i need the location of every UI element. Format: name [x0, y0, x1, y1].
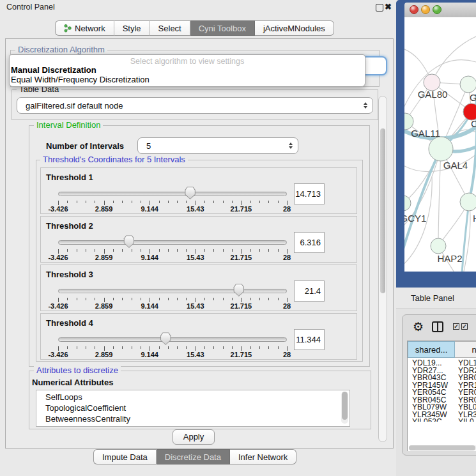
threshold-slider-track[interactable] [58, 289, 287, 293]
table-row[interactable]: YPR145WYPR1 [408, 381, 476, 388]
slider-tick-label: 2.859 [95, 351, 113, 358]
algorithm-dropdown-popup: Select algorithm to view settings Manual… [9, 54, 365, 87]
threshold-label: Threshold 4 [46, 318, 93, 328]
node-table: shared... n YDL19...YDL1YDR27...YDR2YBR0… [407, 341, 476, 451]
slider-tick-label: 15.43 [187, 254, 204, 261]
number-of-intervals-label: Number of Intervals [46, 141, 124, 151]
node-h-partial[interactable] [460, 193, 476, 211]
table-row[interactable]: YBR043CYBR0 [408, 373, 476, 381]
scrollbar-thumb[interactable] [409, 445, 475, 450]
threshold-slider-track[interactable] [58, 337, 287, 342]
tab-network[interactable]: Network [55, 20, 114, 36]
threshold-slider-thumb[interactable] [233, 284, 244, 296]
scrollbar-thumb[interactable] [380, 128, 385, 293]
threshold-slider-track[interactable] [58, 192, 287, 196]
slider-tick-label: 28 [283, 254, 291, 261]
minimize-traffic-light-icon[interactable] [421, 5, 430, 14]
slider-tick-label: 21.715 [231, 254, 252, 261]
table-horizontal-scrollbar[interactable] [409, 445, 476, 450]
threshold-value-field[interactable]: 11.344 [294, 329, 325, 350]
popup-hint: Select algorithm to view settings [10, 57, 365, 66]
number-of-intervals-combobox[interactable]: 5 [137, 137, 298, 154]
slider-tick-label: 28 [283, 302, 291, 310]
table-row[interactable]: YDL19...YDL1 [408, 358, 476, 366]
cell-shared-name: YIL052C [412, 417, 442, 422]
table-row[interactable]: YBL079WYBL0 [408, 403, 476, 410]
gear-icon[interactable]: ⚙ [413, 321, 424, 333]
threshold-value-field[interactable]: 14.713 [294, 183, 325, 204]
slider-tick-label: 21.715 [231, 351, 252, 358]
node-hap2[interactable] [431, 238, 446, 254]
list-item-betweennesscentrality[interactable]: BetweennessCentrality [45, 414, 130, 424]
list-item-topologicalcoefficient[interactable]: TopologicalCoefficient [45, 403, 126, 413]
threshold-label: Threshold 2 [46, 221, 93, 231]
bottom-tab-bar: Impute Data Discretize Data Infer Networ… [93, 449, 296, 464]
checkbox-icon[interactable]: ✓ [453, 323, 459, 330]
slider-tick-label: 2.859 [95, 302, 113, 310]
threshold-label: Threshold 1 [46, 173, 93, 182]
tab-discretize-data[interactable]: Discretize Data [157, 449, 230, 464]
tab-style[interactable]: Style [114, 20, 150, 36]
threshold-box: Threshold 4-3.4262.8599.14415.4321.71528… [40, 313, 357, 360]
threshold-slider-thumb[interactable] [185, 187, 196, 199]
float-window-icon[interactable] [376, 4, 383, 12]
apply-button[interactable]: Apply [173, 429, 215, 445]
node-label: H [473, 213, 476, 224]
threshold-slider-thumb[interactable] [160, 332, 171, 345]
close-panel-icon[interactable]: ✖ [385, 4, 392, 10]
panel-vertical-scrollbar[interactable] [378, 96, 387, 442]
slider-tick-label: 28 [283, 351, 291, 358]
table-row[interactable]: YLR345WYLR3 [408, 410, 476, 418]
list-item-selfloops[interactable]: SelfLoops [45, 392, 82, 402]
close-traffic-light-icon[interactable] [410, 5, 418, 14]
attributes-group-label: Attributes to discretize [34, 366, 121, 375]
thresholds-group-label: Threshold's Coordinates for 5 Intervals [40, 155, 188, 164]
table-data-combobox[interactable]: galFiltered.sif default node [17, 97, 373, 114]
control-panel-titlebar: Control Panel [0, 0, 395, 14]
top-tab-bar: Network Style Select Cyni Toolbox jActiv… [55, 20, 334, 36]
tab-impute-data[interactable]: Impute Data [93, 449, 157, 464]
node-label: GA [470, 92, 476, 103]
table-row[interactable]: YIL052CYIL0 [408, 417, 476, 422]
table-row[interactable]: YER054CYER0 [408, 388, 476, 395]
tab-label: Select [158, 24, 181, 33]
attributes-list-scrollbar[interactable] [341, 392, 348, 424]
popup-item-manual-discretization[interactable]: Manual Discretization [11, 65, 96, 75]
zoom-traffic-light-icon[interactable] [433, 5, 441, 14]
popup-item-equal-width-frequency[interactable]: Equal Width/Frequency Discretization [11, 75, 150, 84]
slider-tick-label: -3.426 [48, 302, 68, 310]
threshold-slider-track[interactable] [58, 240, 287, 245]
table-row[interactable]: YBR045CYBR0 [408, 395, 476, 403]
column-header-shared[interactable]: shared... [408, 341, 455, 358]
tab-jactivemnodules[interactable]: jActiveMNodules [255, 20, 334, 36]
numerical-attributes-list: SelfLoops TopologicalCoefficient Between… [36, 390, 350, 427]
node-gal4[interactable] [429, 137, 453, 161]
split-columns-icon[interactable] [432, 321, 443, 332]
network-window-titlebar[interactable] [404, 3, 476, 18]
threshold-value-field[interactable]: 6.316 [294, 232, 325, 253]
column-header-name[interactable]: n [455, 341, 476, 358]
combobox-stepper-icon [364, 102, 367, 109]
threshold-slider-thumb[interactable] [123, 235, 134, 248]
tab-select[interactable]: Select [150, 20, 190, 36]
panel-title: Control Panel [6, 3, 55, 12]
slider-tick-label: 2.859 [95, 205, 113, 213]
cell-name: YIL0 [458, 417, 474, 422]
node-gcy1[interactable] [404, 196, 411, 211]
table-row[interactable]: YDR27...YDR2 [408, 366, 476, 374]
node-label: GAL80 [418, 89, 448, 100]
slider-tick-label: 9.144 [141, 205, 158, 213]
tab-cyni-toolbox[interactable]: Cyni Toolbox [190, 20, 255, 36]
tab-label: Cyni Toolbox [199, 24, 246, 33]
node-gal-partial[interactable] [460, 76, 476, 93]
slider-tick-label: 21.715 [231, 302, 252, 310]
numerical-attributes-label: Numerical Attributes [32, 378, 113, 387]
network-canvas[interactable]: GAL80 GA C GAL11 GAL4 GCY1 H HAP2 [404, 17, 476, 272]
checkbox-icon[interactable]: ✓ [461, 323, 468, 330]
network-view-window[interactable]: GAL80 GA C GAL11 GAL4 GCY1 H HAP2 [396, 0, 476, 288]
table-panel-card: ⚙ ✓ ✓ shared... n YDL19...YDL1YDR27...YD… [402, 314, 476, 456]
slider-ticks [58, 297, 288, 302]
threshold-value-field[interactable]: 21.4 [294, 280, 325, 302]
combobox-stepper-icon [289, 142, 293, 149]
tab-infer-network[interactable]: Infer Network [230, 449, 296, 464]
